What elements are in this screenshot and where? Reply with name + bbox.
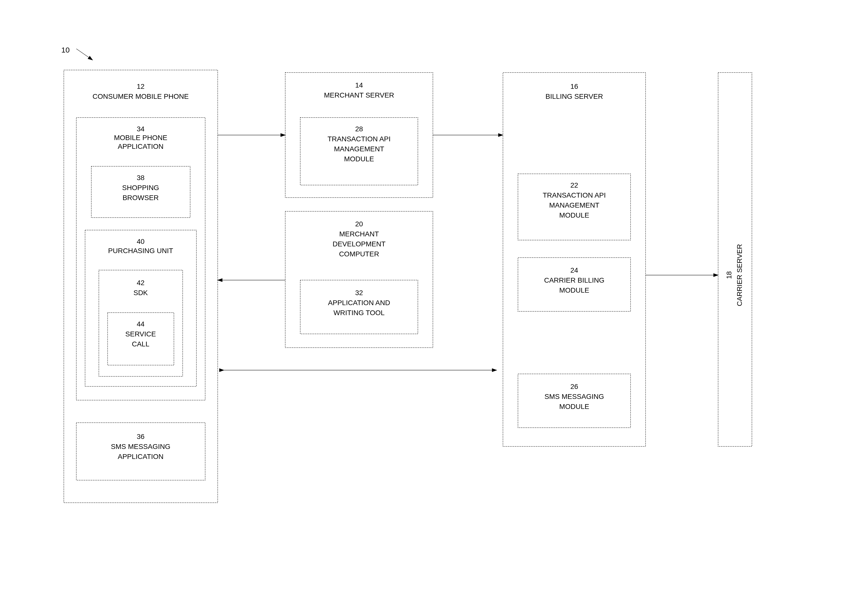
figure-ref: 10 <box>61 46 93 60</box>
service-call-label2: CALL <box>132 340 149 348</box>
trans-api-28-label3: MODULE <box>344 155 374 163</box>
mobile-app-label1: MOBILE PHONE <box>114 134 167 142</box>
purchasing-unit-num: 40 <box>136 238 144 245</box>
service-call-num: 44 <box>136 320 144 328</box>
sms-app-block: 36 SMS MESSAGING APPLICATION <box>76 423 205 480</box>
app-writing-num: 32 <box>355 289 363 297</box>
trans-api-22-block: 22 TRANSACTION API MANAGEMENT MODULE <box>518 174 631 240</box>
consumer-phone-label: CONSUMER MOBILE PHONE <box>93 93 189 100</box>
carrier-billing-block: 24 CARRIER BILLING MODULE <box>518 258 631 311</box>
trans-api-22-label3: MODULE <box>559 211 589 219</box>
consumer-mobile-phone-block: 12 CONSUMER MOBILE PHONE 34 MOBILE PHONE… <box>64 70 218 503</box>
system-diagram: 10 12 CONSUMER MOBILE PHONE 34 MOBILE PH… <box>0 0 868 613</box>
merchant-dev-label2: DEVELOPMENT <box>333 240 386 248</box>
svg-rect-15 <box>718 73 752 446</box>
figure-ref-label: 10 <box>61 46 70 54</box>
svg-rect-10 <box>300 280 418 334</box>
trans-api-28-block: 28 TRANSACTION API MANAGEMENT MODULE <box>300 118 418 185</box>
svg-rect-13 <box>518 258 631 311</box>
merchant-server-label: MERCHANT SERVER <box>324 91 394 99</box>
app-writing-label1: APPLICATION AND <box>328 299 390 306</box>
merchant-dev-block: 20 MERCHANT DEVELOPMENT COMPUTER 32 APPL… <box>285 211 433 348</box>
carrier-billing-num: 24 <box>570 266 578 274</box>
trans-api-22-label2: MANAGEMENT <box>549 201 600 209</box>
merchant-dev-label1: MERCHANT <box>339 230 379 238</box>
service-call-block: 44 SERVICE CALL <box>108 313 174 365</box>
merchant-dev-label3: COMPUTER <box>339 250 379 258</box>
sms-app-label2: APPLICATION <box>118 453 163 460</box>
trans-api-22-label1: TRANSACTION API <box>543 191 606 199</box>
service-call-label1: SERVICE <box>126 330 156 338</box>
sdk-block: 42 SDK 44 SERVICE CALL <box>99 270 183 376</box>
purchasing-unit-label: PURCHASING UNIT <box>108 247 173 255</box>
sms-app-label1: SMS MESSAGING <box>111 443 170 450</box>
carrier-server-block: 18 CARRIER SERVER <box>718 73 752 446</box>
trans-api-22-num: 22 <box>570 181 578 189</box>
shopping-browser-num: 38 <box>136 174 144 181</box>
merchant-server-num: 14 <box>355 81 363 89</box>
billing-server-label: BILLING SERVER <box>546 93 603 100</box>
sms-module-block: 26 SMS MESSAGING MODULE <box>518 374 631 428</box>
billing-server-num: 16 <box>570 82 578 90</box>
app-writing-label2: WRITING TOOL <box>333 309 384 317</box>
sms-module-label1: SMS MESSAGING <box>544 393 604 400</box>
shopping-browser-block: 38 SHOPPING BROWSER <box>91 166 190 218</box>
billing-server-block: 16 BILLING SERVER 22 TRANSACTION API MAN… <box>503 73 646 446</box>
sms-module-label2: MODULE <box>559 402 589 410</box>
carrier-billing-label2: MODULE <box>559 286 589 294</box>
consumer-phone-num: 12 <box>136 82 144 90</box>
app-writing-block: 32 APPLICATION AND WRITING TOOL <box>300 280 418 334</box>
shopping-browser-label1: SHOPPING <box>122 184 159 192</box>
carrier-billing-label1: CARRIER BILLING <box>544 276 604 284</box>
sdk-label: SDK <box>133 289 148 297</box>
shopping-browser-label2: BROWSER <box>122 194 159 201</box>
mobile-app-num: 34 <box>136 125 144 133</box>
trans-api-28-label1: TRANSACTION API <box>327 135 391 143</box>
svg-rect-14 <box>518 374 631 428</box>
merchant-dev-num: 20 <box>355 220 363 228</box>
sms-module-num: 26 <box>570 383 578 390</box>
mobile-app-label2: APPLICATION <box>118 142 163 150</box>
carrier-server-label: CARRIER SERVER <box>736 244 743 306</box>
sdk-num: 42 <box>136 279 144 286</box>
carrier-server-num: 18 <box>725 271 733 279</box>
mobile-phone-app-block: 34 MOBILE PHONE APPLICATION 38 SHOPPING … <box>76 118 205 400</box>
trans-api-28-label2: MANAGEMENT <box>334 145 384 153</box>
svg-rect-6 <box>76 423 205 480</box>
trans-api-28-num: 28 <box>355 125 363 133</box>
purchasing-unit-block: 40 PURCHASING UNIT 42 SDK 44 SERVICE CAL… <box>85 230 197 386</box>
sms-app-num: 36 <box>136 433 144 440</box>
merchant-server-block: 14 MERCHANT SERVER 28 TRANSACTION API MA… <box>285 73 433 198</box>
svg-rect-1 <box>76 118 205 400</box>
